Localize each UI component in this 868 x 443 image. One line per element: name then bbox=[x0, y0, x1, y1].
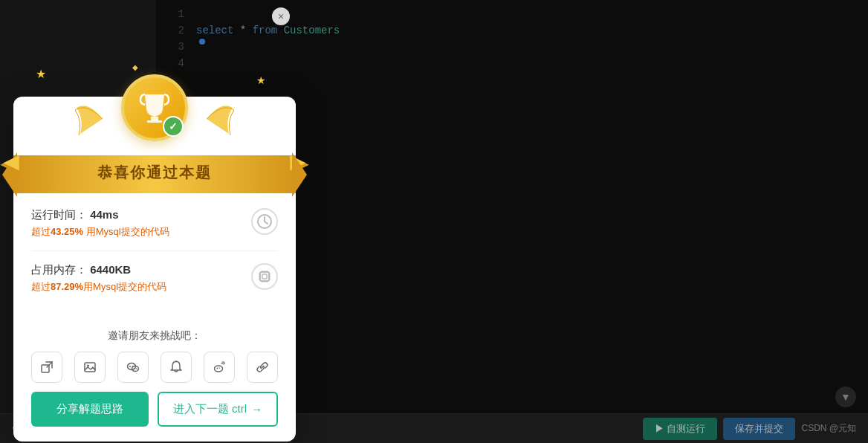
code-line-4: 4 bbox=[156, 55, 868, 71]
memory-sub: 超过87.29%用Mysql提交的代码 bbox=[31, 280, 166, 294]
ribbon-left bbox=[0, 155, 21, 193]
cursor-dot bbox=[199, 39, 205, 45]
csdn-label: CSDN @元知 bbox=[801, 422, 856, 435]
run-button[interactable]: ▶ 自测运行 bbox=[643, 418, 718, 440]
wechat-icon bbox=[126, 360, 140, 374]
next-problem-label: 进入下一题 ctrl bbox=[173, 402, 247, 416]
wing-left-icon bbox=[73, 97, 110, 141]
success-modal: ★ ◆ ★ ◆ bbox=[13, 97, 296, 442]
image-icon bbox=[83, 360, 97, 374]
trophy-area: 恭喜你通过本题 bbox=[13, 97, 296, 193]
share-image-button[interactable] bbox=[74, 352, 106, 383]
code-line-3: 3 bbox=[156, 39, 868, 55]
memory-percent: 87.29% bbox=[51, 281, 83, 292]
svg-point-26 bbox=[87, 365, 89, 367]
share-link-button[interactable] bbox=[247, 352, 278, 383]
code-star: * bbox=[240, 25, 253, 36]
svg-point-32 bbox=[136, 368, 137, 369]
runtime-percent: 43.25% bbox=[51, 226, 83, 237]
memory-stat-left: 占用内存： 6440KB 超过87.29%用Mysql提交的代码 bbox=[31, 263, 166, 294]
svg-point-28 bbox=[129, 366, 131, 367]
code-line-1: 1 bbox=[156, 6, 868, 22]
success-banner: 恭喜你通过本题 bbox=[13, 155, 296, 193]
bell-icon bbox=[169, 360, 183, 374]
scroll-down-button[interactable]: ▼ bbox=[835, 387, 856, 407]
svg-marker-4 bbox=[290, 155, 309, 193]
share-solution-button[interactable]: 分享解题思路 bbox=[31, 392, 149, 427]
modal-body: 运行时间： 44ms 超过43.25% 用Mysql提交的代码 bbox=[13, 193, 296, 323]
svg-point-30 bbox=[132, 366, 139, 372]
share-weibo-button[interactable] bbox=[204, 352, 235, 383]
runtime-stat-row: 运行时间： 44ms 超过43.25% 用Mysql提交的代码 bbox=[31, 208, 278, 251]
modal-title: 恭喜你通过本题 bbox=[97, 164, 212, 181]
share-wechat-button[interactable] bbox=[117, 352, 149, 383]
line-number: 3 bbox=[162, 39, 184, 55]
invite-text: 邀请朋友来挑战吧： bbox=[13, 329, 296, 343]
link-icon bbox=[256, 360, 269, 374]
keyword-select: select bbox=[196, 25, 233, 36]
share-notification-button[interactable] bbox=[161, 352, 192, 383]
table-name: Customers bbox=[284, 25, 340, 36]
memory-value: 6440KB bbox=[90, 263, 131, 276]
svg-rect-1 bbox=[147, 120, 162, 123]
svg-marker-5 bbox=[290, 155, 305, 170]
invite-section: 邀请朋友来挑战吧： bbox=[13, 323, 296, 392]
line-number: 2 bbox=[162, 22, 184, 39]
line-number: 1 bbox=[162, 6, 184, 22]
bottom-right-actions: ▶ 自测运行 保存并提交 CSDN @元知 bbox=[643, 418, 856, 440]
svg-rect-10 bbox=[262, 274, 267, 279]
runtime-title: 运行时间： 44ms bbox=[31, 208, 169, 222]
modal-footer: 分享解题思路 进入下一题 ctrl → bbox=[13, 392, 296, 442]
next-arrow-icon: → bbox=[251, 403, 262, 415]
line-number: 4 bbox=[162, 55, 184, 71]
wing-right-icon bbox=[199, 97, 236, 141]
runtime-icon bbox=[251, 208, 278, 235]
memory-title: 占用内存： 6440KB bbox=[31, 263, 166, 277]
next-problem-button[interactable]: 进入下一题 ctrl → bbox=[158, 392, 278, 427]
trophy-icon bbox=[121, 74, 188, 141]
memory-icon bbox=[251, 263, 278, 290]
code-line-2: 2 select * from Customers bbox=[156, 22, 868, 39]
memory-label: 占用内存： bbox=[31, 263, 87, 276]
runtime-stat-left: 运行时间： 44ms 超过43.25% 用Mysql提交的代码 bbox=[31, 208, 169, 239]
svg-point-35 bbox=[219, 367, 220, 368]
modal-close-button[interactable]: × bbox=[272, 7, 290, 25]
weibo-icon bbox=[213, 360, 226, 374]
chip-icon bbox=[256, 268, 273, 285]
runtime-value: 44ms bbox=[90, 208, 118, 221]
ribbon-right bbox=[288, 155, 311, 193]
checkmark-icon bbox=[163, 116, 184, 137]
external-link-icon bbox=[40, 360, 54, 374]
svg-rect-0 bbox=[151, 117, 158, 120]
runtime-label: 运行时间： bbox=[31, 208, 87, 221]
svg-point-34 bbox=[217, 368, 218, 369]
svg-point-33 bbox=[215, 366, 223, 372]
runtime-sub: 超过43.25% 用Mysql提交的代码 bbox=[31, 225, 169, 239]
clock-icon bbox=[256, 213, 273, 230]
share-external-button[interactable] bbox=[31, 352, 62, 383]
keyword-from: from bbox=[253, 25, 278, 36]
memory-stat-row: 占用内存： 6440KB 超过87.29%用Mysql提交的代码 bbox=[31, 263, 278, 305]
svg-point-31 bbox=[134, 368, 135, 369]
share-icons-row bbox=[13, 352, 296, 383]
save-submit-button[interactable]: 保存并提交 bbox=[723, 418, 795, 440]
